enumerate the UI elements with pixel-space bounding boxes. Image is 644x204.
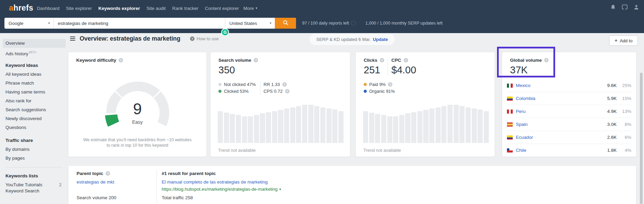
trend-bar — [411, 112, 416, 143]
trend-bar — [466, 107, 471, 143]
divider — [388, 58, 388, 76]
country-row: Colombia 5.9K 15% — [507, 92, 631, 105]
not-clicked-dot-icon — [218, 83, 222, 86]
country-flag-icon — [507, 148, 513, 152]
country-row: Mexico 9.6K 25% — [507, 79, 631, 92]
daily-reports-quota: 97 / 100 daily reports left — [302, 21, 356, 26]
global-volume-value: 37K — [510, 64, 528, 76]
sidebar-item[interactable]: Search suggestions — [3, 105, 66, 114]
nav-item[interactable]: Site audit — [146, 6, 165, 11]
country-link[interactable]: Mexico — [516, 83, 600, 88]
nav-item[interactable]: Dashboard — [37, 6, 59, 11]
help-icon[interactable] — [254, 58, 258, 62]
sidebar-item[interactable]: Overview — [3, 39, 66, 48]
help-icon[interactable] — [285, 89, 290, 93]
country-link[interactable]: Chile — [516, 148, 600, 153]
keyword-query-input[interactable] — [54, 18, 225, 29]
chevron-down-icon: ▾ — [279, 188, 281, 191]
country-link[interactable]: Colombia — [516, 96, 600, 101]
country-link[interactable]: Peru — [516, 109, 600, 114]
sidebar-item[interactable]: Keywords lists — [3, 172, 66, 180]
how-to-use-link[interactable]: How to use — [190, 36, 219, 41]
trend-bar — [218, 111, 223, 143]
trend-note: Trend not available — [218, 148, 256, 153]
search-volume-value: 350 — [218, 64, 235, 76]
country-percent: 8% — [620, 122, 631, 127]
notifications-bell-icon[interactable] — [610, 4, 616, 10]
trend-bar — [338, 111, 344, 143]
grammarly-badge-icon[interactable]: G — [221, 28, 229, 36]
ahrefs-keywords-explorer: ahrefs DashboardSite explorerKeywords ex… — [0, 0, 644, 204]
country-select[interactable]: United States▾ — [225, 18, 275, 29]
sidebar-item[interactable]: Keyword Ideas — [3, 61, 66, 70]
search-button[interactable] — [275, 18, 296, 29]
trend-bar — [369, 113, 374, 143]
reports-menu-icon[interactable] — [70, 37, 75, 41]
sidebar-item[interactable]: Phrase match — [3, 79, 66, 88]
top-bar: ahrefs DashboardSite explorerKeywords ex… — [0, 0, 644, 33]
messages-icon[interactable] — [622, 4, 628, 10]
top-result-link[interactable]: El manual completo de las estrategias de… — [162, 179, 268, 185]
trend-bar — [459, 106, 465, 143]
sidebar-item[interactable]: YouTube Tutorials Keyword Search 2 — [3, 180, 66, 195]
trend-bar — [375, 114, 380, 143]
country-percent: 4% — [620, 148, 631, 153]
sidebar-item[interactable]: By domains — [3, 145, 66, 154]
trend-bar — [393, 116, 398, 143]
nav-item[interactable]: Rank tracker — [172, 6, 199, 11]
trend-bar — [320, 107, 325, 143]
country-volume: 1.8K — [603, 148, 617, 153]
country-row: Chile 1.8K 4% — [507, 144, 631, 157]
chevron-down-icon: ▾ — [48, 21, 50, 25]
sidebar-item[interactable]: Having same terms — [3, 88, 66, 97]
add-to-button[interactable]: Add to — [609, 35, 638, 46]
paid-dot-icon — [364, 83, 367, 86]
trend-note: Trend not available — [363, 148, 401, 153]
sidebar-item[interactable] — [5, 167, 62, 167]
sidebar-item[interactable]: Also rank for — [3, 97, 66, 105]
help-icon[interactable] — [119, 58, 123, 62]
update-link[interactable]: Update — [373, 37, 388, 42]
keyword-difficulty-card: Keyword difficulty 9 Easy We estimate th… — [68, 52, 207, 157]
help-icon[interactable] — [388, 82, 392, 87]
paid-organic-legend: Paid 9% Organic 91% — [364, 82, 395, 94]
search-volume-trend-chart — [218, 105, 344, 143]
monthly-serp-quota: 1,000 / 1,000 monthly SERP updates left — [365, 21, 443, 26]
page-scrollbar[interactable] — [640, 73, 643, 204]
nav-item[interactable]: Keywords explorer — [98, 6, 140, 11]
help-icon[interactable] — [544, 58, 549, 62]
parent-topic-card: Parent topic estrategias de mkt Search v… — [68, 165, 636, 204]
country-row: Spain 3.0K 8% — [507, 118, 631, 131]
nav-item[interactable]: Content explorer — [205, 6, 239, 11]
sidebar-item[interactable]: Newly discovered — [3, 114, 66, 123]
info-icon[interactable] — [351, 21, 356, 26]
kd-caption: We estimate that you’ll need backlinks f… — [68, 137, 206, 148]
country-link[interactable]: Spain — [516, 122, 600, 127]
ahrefs-logo[interactable]: ahrefs — [9, 3, 33, 13]
parent-topic-link[interactable]: estrategias de mkt — [77, 179, 114, 185]
help-icon[interactable] — [404, 58, 408, 62]
help-icon[interactable] — [106, 171, 110, 176]
trend-bar — [387, 116, 392, 143]
nav-item[interactable]: Site explorer — [66, 6, 92, 11]
clicks-card: Clicks 251 CPC $4.00 Paid 9% Organic 91%… — [355, 52, 495, 157]
sidebar-item[interactable]: By pages — [3, 154, 66, 163]
sidebar-item[interactable]: Traffic share — [3, 136, 66, 145]
sidebar-item[interactable]: Ads historyBETA — [3, 48, 66, 58]
chevron-down-icon: ▾ — [270, 21, 271, 25]
user-account-icon[interactable] — [633, 4, 639, 10]
sidebar-item[interactable]: All keyword ideas — [3, 70, 66, 79]
search-engine-select[interactable]: Google▾ — [4, 18, 54, 29]
country-link[interactable]: Ecuador — [516, 135, 600, 140]
keyword-search-bar: Google▾ United States▾ — [4, 18, 296, 29]
country-flag-icon — [507, 110, 513, 114]
help-icon[interactable] — [380, 58, 384, 62]
top-result-url[interactable]: https://blog.hubspot.es/marketing/estrat… — [162, 187, 281, 192]
cpc-value: $4.00 — [391, 64, 416, 76]
nav-more[interactable]: More▾ — [243, 0, 257, 16]
help-icon[interactable] — [282, 82, 287, 87]
sidebar-item[interactable]: Questions — [3, 123, 66, 132]
organic-dot-icon — [364, 90, 367, 93]
total-traffic: Total traffic 258 — [162, 195, 193, 200]
country-flag-icon — [507, 135, 513, 140]
